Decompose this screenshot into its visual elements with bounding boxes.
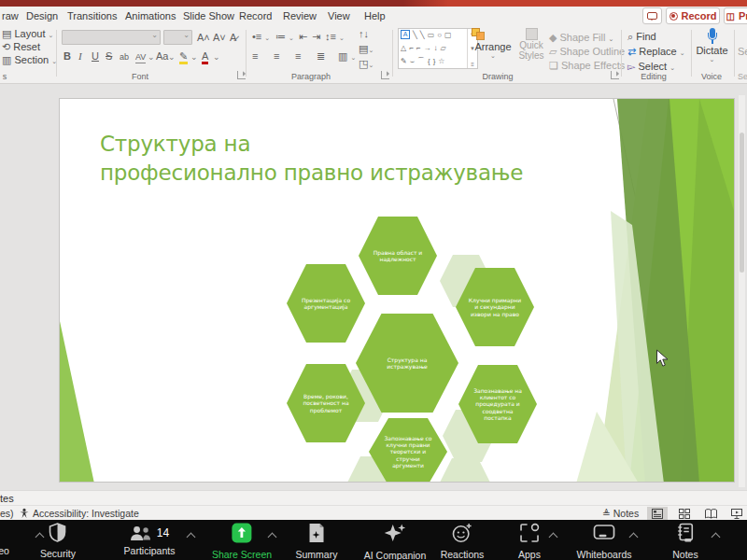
sensitivity-button-partial[interactable]: Sen bbox=[738, 46, 747, 57]
align-right-button[interactable]: ≡ bbox=[295, 50, 301, 62]
participants-options-chevron[interactable] bbox=[187, 531, 195, 539]
tab-help[interactable]: Help bbox=[364, 10, 386, 21]
character-spacing-button[interactable]: AV bbox=[135, 51, 146, 63]
align-left-button[interactable]: ≡ bbox=[252, 50, 258, 62]
align-center-button[interactable]: ≡ bbox=[274, 50, 279, 62]
reactions-button[interactable]: Reactions bbox=[441, 523, 485, 560]
tab-view[interactable]: View bbox=[328, 10, 350, 21]
notes-options-chevron[interactable] bbox=[712, 531, 720, 539]
powerpoint-titlebar bbox=[0, 0, 747, 7]
share-screen-button[interactable]: Share Screen bbox=[212, 523, 272, 560]
section-button[interactable]: ▥ Section ⌄ bbox=[2, 54, 57, 67]
present-button-partial[interactable]: ◫ Pr bbox=[724, 7, 747, 24]
slide-title[interactable]: Структура на професионално правно истраж… bbox=[100, 130, 523, 188]
bullets-button[interactable]: •≡ ⌄ bbox=[252, 31, 270, 44]
strikethrough-button[interactable]: S bbox=[106, 50, 112, 62]
decrease-indent-button[interactable]: ⇤ bbox=[299, 31, 307, 42]
editing-group-label: Editing bbox=[641, 72, 667, 81]
apps-icon bbox=[519, 523, 540, 543]
font-dialog-launcher[interactable] bbox=[237, 71, 246, 79]
video-button-partial[interactable]: eo bbox=[0, 523, 9, 556]
increase-indent-button[interactable]: ⇥ bbox=[312, 31, 320, 42]
tab-record[interactable]: Record bbox=[239, 10, 272, 21]
voice-group-label: Voice bbox=[701, 72, 722, 81]
whiteboards-button[interactable]: Whiteboards bbox=[577, 523, 632, 560]
hexagon-decor bbox=[439, 458, 491, 483]
quick-styles-button[interactable]: Quick Styles bbox=[515, 28, 547, 61]
wedge-decoration bbox=[60, 321, 94, 483]
tab-draw-partial[interactable]: raw bbox=[2, 10, 19, 21]
clear-formatting-button[interactable]: A̷ bbox=[230, 32, 236, 43]
justify-button[interactable]: ≣ bbox=[317, 50, 325, 62]
shape-fill-button[interactable]: ◆ Shape Fill ⌄ bbox=[549, 32, 613, 45]
replace-button[interactable]: ⇄ Replace ⌄ bbox=[627, 46, 685, 59]
textbox-shape-icon[interactable]: A bbox=[401, 30, 410, 39]
normal-view-button[interactable] bbox=[647, 507, 668, 520]
font-name-combo[interactable] bbox=[62, 30, 161, 45]
shrink-font-button[interactable]: A˅ bbox=[213, 32, 226, 43]
numbering-button[interactable]: ≔ ⌄ bbox=[275, 31, 294, 44]
tab-review[interactable]: Review bbox=[283, 10, 317, 21]
notes-pane-bar[interactable]: tes bbox=[0, 490, 747, 505]
font-color-button[interactable]: A bbox=[202, 50, 208, 64]
hexagon-upper-left[interactable]: Презентација со аргументација bbox=[287, 264, 365, 343]
drawing-dialog-launcher[interactable] bbox=[611, 71, 619, 79]
record-button[interactable]: Record bbox=[666, 7, 720, 24]
tab-slide-show[interactable]: Slide Show bbox=[183, 10, 234, 21]
underline-button[interactable]: U bbox=[92, 50, 99, 62]
hexagon-top[interactable]: Правна област и надлежност bbox=[359, 217, 437, 295]
find-button[interactable]: ⌕ Find bbox=[627, 31, 656, 42]
reactions-icon bbox=[452, 523, 472, 543]
text-direction-button[interactable]: ↑↓ bbox=[359, 28, 369, 39]
ai-companion-button[interactable]: AI Companion bbox=[364, 523, 427, 560]
paragraph-dialog-launcher[interactable] bbox=[381, 71, 389, 79]
microphone-icon bbox=[707, 28, 718, 45]
mouse-cursor bbox=[655, 349, 669, 368]
comments-button[interactable] bbox=[642, 7, 662, 24]
convert-smartart-button[interactable]: ◳⌄ bbox=[359, 58, 374, 71]
font-size-combo[interactable] bbox=[163, 30, 192, 45]
dictate-button[interactable]: Dictate ⌄ bbox=[691, 28, 733, 63]
notes-icon bbox=[677, 523, 695, 543]
apps-button[interactable]: Apps bbox=[518, 523, 541, 560]
shapes-gallery[interactable]: A╲╲▭○▢ △⌐⌐→↓▱ ✎⌣⌒{}☆ ▲▼≡ bbox=[398, 28, 478, 69]
tab-animations[interactable]: Animations bbox=[125, 10, 176, 21]
slideshow-view-button[interactable] bbox=[726, 507, 747, 520]
share-options-chevron[interactable] bbox=[268, 531, 276, 539]
change-case-button[interactable]: Aa bbox=[156, 50, 168, 62]
ribbon-tab-row: raw Design Transitions Animations Slide … bbox=[0, 7, 747, 26]
accessibility-status[interactable]: Accessibility: Investigate bbox=[33, 508, 139, 519]
arrange-button[interactable]: Arrange ⌄ bbox=[472, 28, 514, 60]
quick-styles-icon bbox=[526, 28, 538, 40]
columns-button[interactable]: ▥ ⌄ bbox=[338, 50, 356, 63]
ai-companion-icon bbox=[383, 523, 406, 544]
drawing-group-label: Drawing bbox=[482, 72, 513, 81]
slides-group-label: s bbox=[3, 72, 7, 81]
notes-button[interactable]: Notes bbox=[672, 523, 698, 560]
notes-toggle[interactable]: ≜ Notes bbox=[602, 508, 639, 519]
participants-button[interactable]: 14 Participants bbox=[124, 523, 176, 556]
reading-view-button[interactable] bbox=[700, 507, 721, 520]
line-spacing-button[interactable]: ↕≡ ⌄ bbox=[325, 31, 345, 44]
reset-button[interactable]: ⟲ Reset bbox=[2, 41, 40, 52]
highlight-color-button[interactable]: ✎ bbox=[179, 50, 188, 64]
vertical-scrollbar[interactable] bbox=[739, 95, 745, 487]
bold-button[interactable]: B bbox=[63, 50, 71, 62]
grow-font-button[interactable]: A˄ bbox=[197, 32, 210, 43]
whiteboards-options-chevron[interactable] bbox=[629, 531, 638, 539]
apps-options-chevron[interactable] bbox=[549, 531, 557, 539]
tab-transitions[interactable]: Transitions bbox=[67, 10, 117, 21]
security-button[interactable]: Security bbox=[40, 523, 76, 559]
arrange-icon bbox=[472, 28, 486, 41]
italic-button[interactable]: I bbox=[78, 50, 82, 62]
slide-sorter-view-button[interactable] bbox=[674, 507, 695, 520]
align-text-button[interactable]: ▤⌄ bbox=[359, 43, 374, 56]
tab-design[interactable]: Design bbox=[26, 10, 58, 21]
summary-icon bbox=[308, 523, 326, 543]
text-shadow-button[interactable]: ab bbox=[120, 51, 129, 63]
layout-button[interactable]: ▤ Layout ⌄ bbox=[2, 28, 53, 41]
participants-icon bbox=[130, 525, 152, 541]
summary-button[interactable]: Summary bbox=[296, 523, 338, 560]
slide-canvas[interactable]: Структура на професионално правно истраж… bbox=[59, 98, 735, 483]
slide-sorter-icon bbox=[679, 509, 690, 519]
